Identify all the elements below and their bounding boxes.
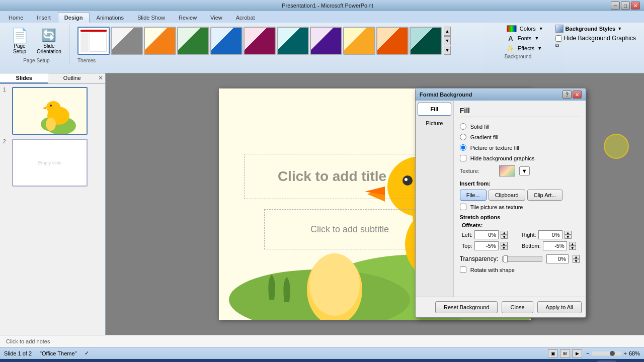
colors-dropdown-icon: ▼ <box>539 26 543 31</box>
dialog-body: Fill Picture Fill Solid fill Gradient fi… <box>416 101 586 297</box>
theme-more[interactable]: ▼ <box>444 46 451 55</box>
slide-thumbnails: 1 <box>0 84 105 335</box>
tab-slideshow[interactable]: Slide Show <box>131 12 172 23</box>
slides-panel-close[interactable]: ✕ <box>96 73 105 82</box>
solid-fill-radio[interactable] <box>460 123 466 130</box>
slide-title-text: Click to add title <box>278 168 386 185</box>
tab-review[interactable]: Review <box>172 12 203 23</box>
theme-9[interactable] <box>343 27 375 55</box>
slide-title-box[interactable]: Click to add title <box>244 154 420 199</box>
slide-sorter-btn[interactable]: ⊞ <box>560 349 570 357</box>
tab-slides[interactable]: Slides <box>0 73 48 83</box>
normal-view-btn[interactable]: ▣ <box>548 349 558 357</box>
hide-bg-checkbox[interactable] <box>555 35 562 42</box>
maximize-button[interactable]: □ <box>621 2 630 10</box>
top-offset-input[interactable] <box>474 241 499 250</box>
title-bar: Presentation1 - Microsoft PowerPoint ─ □… <box>0 0 644 11</box>
close-button[interactable]: Close <box>502 301 533 313</box>
notes-placeholder: Click to add notes <box>6 338 50 344</box>
rotate-checkbox[interactable] <box>460 266 466 273</box>
minimize-button[interactable]: ─ <box>611 2 620 10</box>
format-bg-launcher-area: ⧉ <box>555 43 559 49</box>
theme-10[interactable] <box>376 27 409 55</box>
theme-11[interactable] <box>410 27 442 55</box>
dialog-nav-picture[interactable]: Picture <box>418 117 451 130</box>
tab-design[interactable]: Design <box>58 12 90 23</box>
right-offset-input[interactable] <box>538 230 562 239</box>
left-offset-row: Left: ▲ ▼ <box>462 230 520 239</box>
group-background: Colors ▼ A Fonts ▼ ✨ Effects ▼ <box>501 25 640 59</box>
theme-office[interactable] <box>77 27 110 55</box>
texture-dropdown[interactable]: ▼ <box>519 166 530 175</box>
zoom-thumb[interactable] <box>610 351 615 356</box>
tile-checkbox[interactable] <box>460 204 466 210</box>
transparency-thumb[interactable] <box>504 255 508 262</box>
page-setup-button[interactable]: 📄 PageSetup <box>8 25 31 57</box>
theme-scroll-down[interactable]: ▼ <box>444 36 451 45</box>
slide-show-btn[interactable]: ▶ <box>572 349 582 357</box>
slide-thumb-1[interactable] <box>12 87 88 135</box>
tab-acrobat[interactable]: Acrobat <box>229 12 262 23</box>
slide-thumb-2[interactable]: Empty slide <box>12 139 88 187</box>
zoom-in-btn[interactable]: + <box>624 350 627 356</box>
rotate-label: Rotate with shape <box>470 267 515 273</box>
view-buttons: ▣ ⊞ ▶ <box>548 349 582 357</box>
theme-scroll-up[interactable]: ▲ <box>444 27 451 36</box>
dialog-nav-fill[interactable]: Fill <box>418 103 451 116</box>
file-button[interactable]: File... <box>460 190 487 201</box>
left-spin-down[interactable]: ▼ <box>501 235 508 239</box>
slide-orientation-button[interactable]: 🔄 SlideOrientation <box>33 25 65 57</box>
dialog-help-button[interactable]: ? <box>562 90 572 99</box>
top-spin-down[interactable]: ▼ <box>501 246 508 250</box>
clipboard-button[interactable]: Clipboard <box>489 190 525 201</box>
page-setup-label: PageSetup <box>13 43 26 54</box>
slide-subtitle-box[interactable]: Click to add subtitle <box>264 209 435 249</box>
tab-outline[interactable]: Outline <box>48 73 97 83</box>
apply-to-all-button[interactable]: Apply to All <box>537 301 582 313</box>
ribbon-tabs: Home Insert Design Animations Slide Show… <box>0 11 644 23</box>
theme-8[interactable] <box>310 27 342 55</box>
zoom-out-btn[interactable]: − <box>586 350 589 356</box>
colors-button[interactable]: Colors ▼ <box>505 25 545 33</box>
statusbar-right: ▣ ⊞ ▶ − + 68% <box>548 349 640 357</box>
solid-fill-option: Solid fill <box>460 123 580 130</box>
theme-name: "Office Theme" <box>40 350 76 356</box>
gradient-fill-option: Gradient fill <box>460 134 580 140</box>
left-offset-input[interactable] <box>474 230 499 239</box>
transparency-slider[interactable] <box>502 256 542 262</box>
gradient-fill-radio[interactable] <box>460 134 466 140</box>
right-offset-row: Right: ▲ ▼ <box>522 230 580 239</box>
bottom-spin-down[interactable]: ▼ <box>569 246 576 250</box>
reset-background-button[interactable]: Reset Background <box>435 301 498 313</box>
right-spin-down[interactable]: ▼ <box>565 235 572 239</box>
bg-group-top: Colors ▼ A Fonts ▼ ✨ Effects ▼ <box>505 25 636 53</box>
theme-7[interactable] <box>277 27 309 55</box>
format-background-launcher[interactable]: ⧉ <box>555 43 559 49</box>
close-button[interactable]: ✕ <box>631 2 640 10</box>
bg-styles-dropdown[interactable]: ▼ <box>617 26 622 31</box>
fonts-button[interactable]: A Fonts ▼ <box>505 34 545 43</box>
theme-2[interactable] <box>111 27 143 55</box>
notes-bar[interactable]: Click to add notes <box>0 335 644 347</box>
theme-6[interactable] <box>244 27 276 55</box>
effects-button[interactable]: ✨ Effects ▼ <box>505 44 545 53</box>
bg-styles-button[interactable]: Background Styles <box>566 26 616 32</box>
theme-5[interactable] <box>210 27 243 55</box>
tab-view[interactable]: View <box>204 12 229 23</box>
picture-fill-radio[interactable] <box>460 144 466 151</box>
list-item: 2 Empty slide <box>3 139 102 187</box>
fonts-dropdown-icon: ▼ <box>534 36 539 41</box>
tab-animations[interactable]: Animations <box>90 12 130 23</box>
theme-4[interactable] <box>177 27 209 55</box>
hide-bg-graphics-checkbox[interactable] <box>460 155 466 161</box>
transparency-spin-down[interactable]: ▼ <box>573 259 580 263</box>
bottom-offset-input[interactable] <box>543 241 567 250</box>
tab-home[interactable]: Home <box>2 12 30 23</box>
tab-insert[interactable]: Insert <box>30 12 57 23</box>
theme-3[interactable] <box>144 27 176 55</box>
clip-art-button[interactable]: Clip Art... <box>527 190 563 201</box>
zoom-slider[interactable] <box>592 351 622 355</box>
dialog-close-button[interactable]: ✕ <box>573 90 582 99</box>
transparency-input[interactable] <box>546 254 569 263</box>
window-controls: ─ □ ✕ <box>611 2 640 10</box>
